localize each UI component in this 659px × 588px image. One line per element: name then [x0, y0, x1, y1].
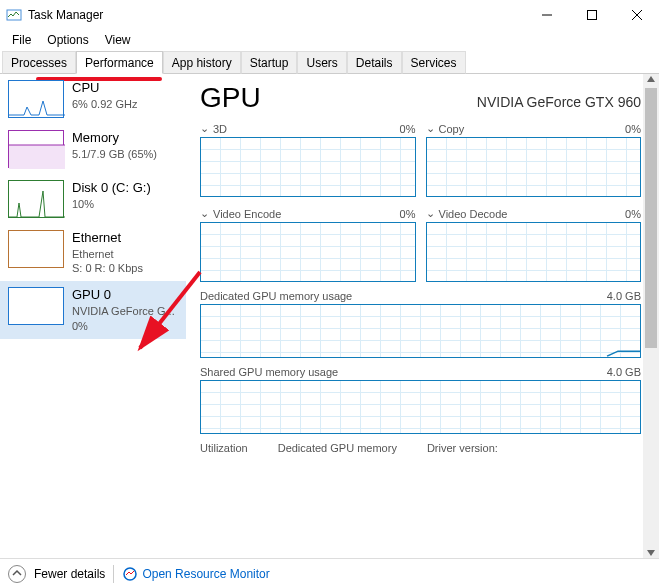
- chart-shared-mem: [200, 380, 641, 434]
- tab-users[interactable]: Users: [297, 51, 346, 74]
- sidebar-item-sub: 6% 0.92 GHz: [72, 97, 137, 111]
- gpu-thumbnail: [8, 287, 64, 325]
- resource-monitor-icon: [122, 566, 138, 582]
- chart-video-decode: ⌄Video Decode0%: [426, 207, 642, 282]
- stats-row: Utilization Dedicated GPU memory Driver …: [200, 442, 641, 454]
- mem-chart-label: Shared GPU memory usage: [200, 366, 338, 378]
- sidebar-item-label: Ethernet: [72, 230, 143, 247]
- sidebar-item-sub2: S: 0 R: 0 Kbps: [72, 261, 143, 275]
- app-icon: [6, 7, 22, 23]
- sidebar-item-sub: 5.1/7.9 GB (65%): [72, 147, 157, 161]
- chevron-down-icon[interactable]: ⌄: [200, 122, 209, 135]
- detail-subtitle: NVIDIA GeForce GTX 960: [477, 94, 641, 110]
- tab-services[interactable]: Services: [402, 51, 466, 74]
- sidebar-item-memory[interactable]: Memory 5.1/7.9 GB (65%): [0, 124, 186, 174]
- chart-pct: 0%: [400, 208, 416, 220]
- sidebar-item-sub: 10%: [72, 197, 151, 211]
- svg-rect-2: [587, 11, 596, 20]
- chart-canvas: [200, 137, 416, 197]
- maximize-button[interactable]: [569, 0, 614, 30]
- svg-point-8: [124, 568, 136, 580]
- tab-processes[interactable]: Processes: [2, 51, 76, 74]
- tab-performance[interactable]: Performance: [76, 51, 163, 74]
- sidebar-item-gpu[interactable]: GPU 0 NVIDIA GeForce G... 0%: [0, 281, 186, 338]
- chart-pct: 0%: [400, 123, 416, 135]
- chart-label[interactable]: Video Encode: [213, 208, 281, 220]
- chart-label[interactable]: Copy: [439, 123, 465, 135]
- stat-label: Driver version:: [427, 442, 498, 454]
- window-controls: [524, 0, 659, 30]
- chart-label[interactable]: Video Decode: [439, 208, 508, 220]
- cpu-thumbnail: [8, 80, 64, 118]
- chart-pct: 0%: [625, 208, 641, 220]
- tab-details[interactable]: Details: [347, 51, 402, 74]
- sidebar-item-label: Memory: [72, 130, 157, 147]
- menu-options[interactable]: Options: [39, 31, 96, 49]
- stat-label: Dedicated GPU memory: [278, 442, 397, 454]
- fewer-details-link[interactable]: Fewer details: [34, 567, 105, 581]
- mem-chart-label: Dedicated GPU memory usage: [200, 290, 352, 302]
- sidebar-item-sub: Ethernet: [72, 247, 143, 261]
- tab-startup[interactable]: Startup: [241, 51, 298, 74]
- chart-dedicated-mem: [200, 304, 641, 358]
- separator: [113, 565, 114, 583]
- detail-header: GPU NVIDIA GeForce GTX 960: [200, 82, 641, 114]
- chart-3d: ⌄3D0%: [200, 122, 416, 197]
- chevron-down-icon[interactable]: ⌄: [426, 122, 435, 135]
- sidebar-item-disk[interactable]: Disk 0 (C: G:) 10%: [0, 174, 186, 224]
- tab-bar: Processes Performance App history Startu…: [0, 50, 659, 74]
- sidebar-item-cpu[interactable]: CPU 6% 0.92 GHz: [0, 74, 186, 124]
- menu-bar: File Options View: [0, 30, 659, 50]
- scrollbar[interactable]: [643, 74, 659, 558]
- sidebar-item-sub: NVIDIA GeForce G...: [72, 304, 175, 318]
- open-resource-monitor-link[interactable]: Open Resource Monitor: [122, 566, 269, 582]
- svg-rect-5: [9, 145, 65, 169]
- close-button[interactable]: [614, 0, 659, 30]
- chart-pct: 0%: [625, 123, 641, 135]
- ethernet-thumbnail: [8, 230, 64, 268]
- chart-video-encode: ⌄Video Encode0%: [200, 207, 416, 282]
- chevron-down-icon[interactable]: ⌄: [426, 207, 435, 220]
- detail-title: GPU: [200, 82, 261, 114]
- menu-view[interactable]: View: [97, 31, 139, 49]
- detail-panel: GPU NVIDIA GeForce GTX 960 ⌄3D0% ⌄Copy0%…: [186, 74, 659, 558]
- title-bar: Task Manager: [0, 0, 659, 30]
- chart-canvas: [200, 222, 416, 282]
- footer-bar: Fewer details Open Resource Monitor: [0, 558, 659, 588]
- sidebar-item-label: Disk 0 (C: G:): [72, 180, 151, 197]
- chart-copy: ⌄Copy0%: [426, 122, 642, 197]
- stat-label: Utilization: [200, 442, 248, 454]
- collapse-icon[interactable]: [8, 565, 26, 583]
- disk-thumbnail: [8, 180, 64, 218]
- sidebar-item-ethernet[interactable]: Ethernet Ethernet S: 0 R: 0 Kbps: [0, 224, 186, 281]
- main-area: CPU 6% 0.92 GHz Memory 5.1/7.9 GB (65%) …: [0, 74, 659, 558]
- menu-file[interactable]: File: [4, 31, 39, 49]
- chart-canvas: [426, 222, 642, 282]
- tab-app-history[interactable]: App history: [163, 51, 241, 74]
- memory-thumbnail: [8, 130, 64, 168]
- chevron-down-icon[interactable]: ⌄: [200, 207, 209, 220]
- sidebar-item-label: CPU: [72, 80, 137, 97]
- chart-label[interactable]: 3D: [213, 123, 227, 135]
- sidebar: CPU 6% 0.92 GHz Memory 5.1/7.9 GB (65%) …: [0, 74, 186, 558]
- minimize-button[interactable]: [524, 0, 569, 30]
- chart-canvas: [426, 137, 642, 197]
- sidebar-item-sub2: 0%: [72, 319, 175, 333]
- mem-chart-right: 4.0 GB: [607, 290, 641, 302]
- sidebar-item-label: GPU 0: [72, 287, 175, 304]
- mem-chart-right: 4.0 GB: [607, 366, 641, 378]
- window-title: Task Manager: [28, 8, 524, 22]
